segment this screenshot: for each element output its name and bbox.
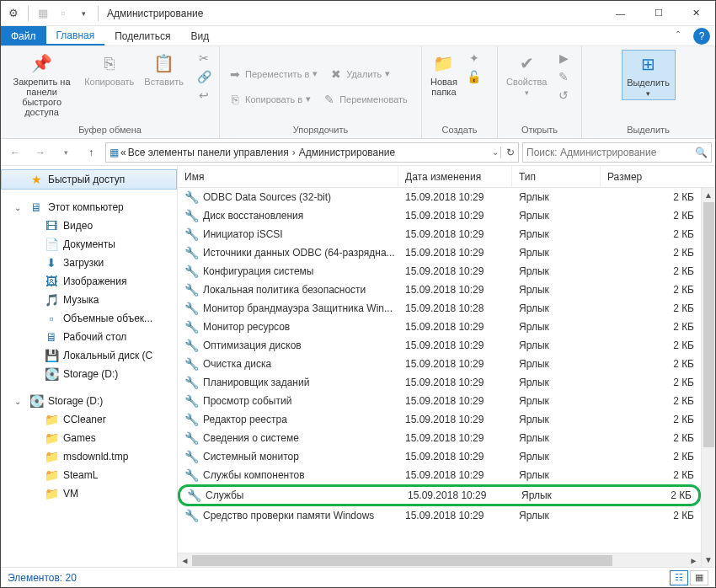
nav-quickaccess[interactable]: ★Быстрый доступ [1,169,177,190]
file-name: Просмотр событий [203,395,291,407]
vertical-scrollbar[interactable]: ▲ ▼ [701,188,715,567]
col-name[interactable]: Имя [178,166,398,187]
col-size[interactable]: Размер [601,166,715,187]
properties-button[interactable]: ✔ Свойства ▾ [503,50,550,99]
file-name: Планировщик заданий [203,377,309,388]
crumb-current[interactable]: Администрирование [299,147,395,158]
refresh-icon[interactable]: ↻ [500,147,515,158]
maximize-button[interactable]: ☐ [639,1,677,26]
nav-thispc-child[interactable]: 🖼Изображения [1,272,177,291]
close-button[interactable]: ✕ [677,1,715,26]
file-type: Ярлык [512,210,601,222]
ribbon-tabs: Файл Главная Поделиться Вид ˆ ? [1,26,715,46]
history-button[interactable]: ↺ [553,87,574,104]
file-row[interactable]: 🔧Очистка диска15.09.2018 10:29Ярлык2 КБ [178,355,701,373]
navitem-label: Storage (D:) [63,368,118,380]
file-type: Ярлык [512,395,601,407]
shortcut-icon: 🔧 [184,431,198,445]
file-row[interactable]: 🔧Службы15.09.2018 10:29Ярлык2 КБ [178,484,701,506]
nav-thispc-child[interactable]: 🎞Видео [1,216,177,235]
delete-button[interactable]: ✖Удалить ▾ [326,66,393,83]
file-type: Ярлык [515,489,603,501]
moveto-button[interactable]: ➡Переместить в ▾ [225,66,321,83]
pasteshortcut-button[interactable]: ↩ [194,87,214,104]
qat-customize-icon[interactable]: ▾ [74,4,93,23]
help-icon[interactable]: ? [693,28,710,45]
minimize-button[interactable]: — [601,1,639,26]
newfolder-button[interactable]: 📁 Новая папка [427,50,461,99]
newitem-button[interactable]: ✦ [464,50,484,67]
recent-button[interactable]: ▾ [55,142,77,163]
tab-share[interactable]: Поделиться [104,26,180,45]
nav-storage-child[interactable]: 📁CCleaner [1,410,177,429]
breadcrumb[interactable]: ▦ « Все элементы панели управления › Адм… [105,142,519,163]
paste-button[interactable]: 📋 Вставить [141,50,187,88]
open-button[interactable]: ▶ [553,50,574,67]
view-details-button[interactable]: ☷ [670,570,688,585]
pin-quickaccess-button[interactable]: 📌 Закрепить на панели быстрого доступа [6,50,77,119]
rename-button[interactable]: ✎Переименовать [319,91,411,108]
nav-thispc-child[interactable]: ▫Объемные объек... [1,309,177,328]
scroll-down-icon[interactable]: ▼ [702,553,715,567]
file-row[interactable]: 🔧Редактор реестра15.09.2018 10:29Ярлык2 … [178,410,701,429]
col-type[interactable]: Тип [512,166,601,187]
scroll-up-icon[interactable]: ▲ [702,188,715,202]
file-row[interactable]: 🔧ODBC Data Sources (32-bit)15.09.2018 10… [178,188,701,206]
collapse-ribbon-icon[interactable]: ˆ [668,26,688,45]
nav-storage[interactable]: ⌄💽Storage (D:) [1,392,177,410]
tab-home[interactable]: Главная [46,26,105,45]
nav-thispc-child[interactable]: 🖥Рабочий стол [1,328,177,346]
search-input[interactable]: Поиск: Администрирование 🔍 [522,142,712,163]
horizontal-scrollbar[interactable]: ◄ ► [178,553,701,567]
qat-newfolder-icon[interactable]: ▫ [54,4,72,23]
back-button[interactable]: ← [4,142,26,163]
file-row[interactable]: 🔧Системный монитор15.09.2018 10:29Ярлык2… [178,447,701,466]
scroll-right-icon[interactable]: ► [687,553,701,568]
select-button[interactable]: ⊞ Выделить ▾ [622,50,676,100]
edit-button[interactable]: ✎ [553,68,574,85]
tab-view[interactable]: Вид [180,26,219,45]
nav-storage-child[interactable]: 📁SteamL [1,466,177,484]
easyaccess-button[interactable]: 🔓 [464,68,484,85]
file-name: Локальная политика безопасности [203,284,366,296]
nav-thispc-child[interactable]: 💾Локальный диск (C [1,346,177,365]
file-row[interactable]: 🔧Средство проверки памяти Windows15.09.2… [178,506,701,525]
nav-thispc-child-icon: 🎵 [45,293,58,307]
tab-file[interactable]: Файл [1,26,46,45]
app-icon[interactable]: ⚙ [4,4,23,23]
nav-storage-child[interactable]: 📁VM [1,484,177,503]
file-row[interactable]: 🔧Сведения о системе15.09.2018 10:29Ярлык… [178,429,701,447]
file-row[interactable]: 🔧Монитор ресурсов15.09.2018 10:29Ярлык2 … [178,318,701,336]
navitem-label: CCleaner [63,414,106,425]
forward-button[interactable]: → [29,142,51,163]
file-row[interactable]: 🔧Локальная политика безопасности15.09.20… [178,281,701,299]
file-row[interactable]: 🔧Монитор брандмауэра Защитника Win...15.… [178,299,701,318]
nav-storage-child[interactable]: 📁Games [1,429,177,447]
view-icons-button[interactable]: ▦ [690,570,708,585]
copypath-button[interactable]: 🔗 [194,68,214,85]
nav-thispc[interactable]: ⌄🖥Этот компьютер [1,198,177,216]
file-row[interactable]: 🔧Источники данных ODBC (64-разрядна...15… [178,243,701,262]
col-date[interactable]: Дата изменения [398,166,512,187]
shortcut-icon: 🔧 [184,209,198,222]
file-row[interactable]: 🔧Конфигурация системы15.09.2018 10:29Ярл… [178,262,701,281]
nav-thispc-child[interactable]: 📄Документы [1,235,177,254]
nav-thispc-child[interactable]: 🎵Музыка [1,291,177,309]
copy-button[interactable]: ⎘ Копировать [81,50,137,88]
file-row[interactable]: 🔧Просмотр событий15.09.2018 10:29Ярлык2 … [178,392,701,410]
qat-properties-icon[interactable]: ▦ [34,4,52,23]
nav-thispc-child[interactable]: ⬇Загрузки [1,254,177,272]
file-name: Службы компонентов [203,469,305,481]
file-row[interactable]: 🔧Инициатор iSCSI15.09.2018 10:29Ярлык2 К… [178,225,701,243]
file-row[interactable]: 🔧Планировщик заданий15.09.2018 10:29Ярлы… [178,373,701,392]
crumb-parent[interactable]: Все элементы панели управления [128,147,289,158]
file-row[interactable]: 🔧Диск восстановления15.09.2018 10:29Ярлы… [178,206,701,225]
file-row[interactable]: 🔧Оптимизация дисков15.09.2018 10:29Ярлык… [178,336,701,355]
copyto-button[interactable]: ⎘Копировать в ▾ [225,91,314,108]
up-button[interactable]: ↑ [80,142,102,163]
file-row[interactable]: 🔧Службы компонентов15.09.2018 10:29Ярлык… [178,466,701,484]
scroll-left-icon[interactable]: ◄ [178,553,192,568]
nav-thispc-child[interactable]: 💽Storage (D:) [1,365,177,383]
cut-button[interactable]: ✂ [194,50,214,67]
nav-storage-child[interactable]: 📁msdownld.tmp [1,447,177,466]
